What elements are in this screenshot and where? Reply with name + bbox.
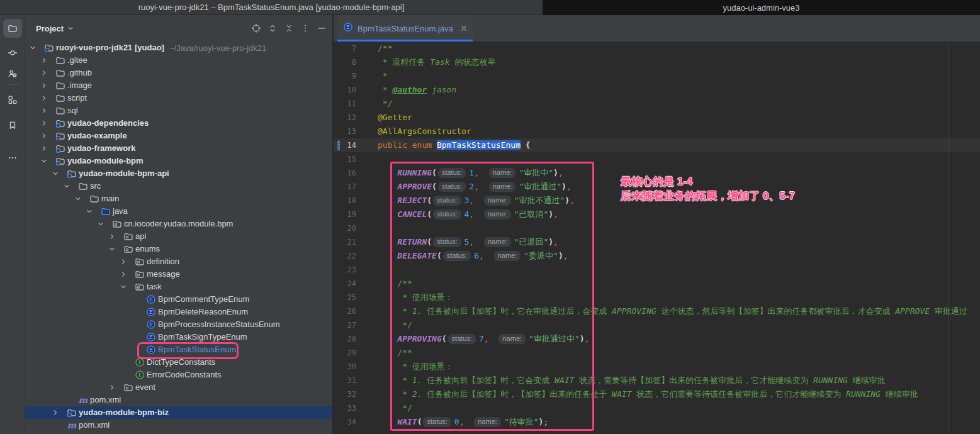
code-line-19[interactable]: 19 CANCEL(status:4, name:"已取消"), [334,208,980,221]
chevron-right-icon[interactable] [118,258,128,265]
code-line-26[interactable]: 26 * 1. 任务被向后【加签】时，它在审批通过后，会变成 APPROVING… [334,304,980,318]
tree-row-yudao-framework[interactable]: yudao-framework [25,142,332,155]
chevron-down-icon[interactable] [118,283,128,291]
tree-row--github[interactable]: .github [25,67,332,79]
code-line-17[interactable]: 17 APPROVE(status:2, name:"审批通过"), [334,180,980,194]
tree-row-dicttypeconstants[interactable]: IDictTypeConstants [25,356,332,369]
chevron-right-icon[interactable] [39,132,49,140]
tree-row-bpmtasksigntypeenum[interactable]: EBpmTaskSignTypeEnum [25,331,332,343]
tree-row-task[interactable]: task [25,281,332,293]
chevron-right-icon[interactable] [118,270,128,278]
tree-row-yudao-module-bpm[interactable]: yudao-module-bpm [25,155,332,167]
code-line-34[interactable]: 34 WAIT(status:0, name:"待审批"); [334,415,980,429]
code-line-30[interactable]: 30 * 使用场景： [334,360,980,374]
tree-row-sql[interactable]: sql [25,104,332,117]
options-kebab-icon[interactable] [297,20,313,36]
tree-row-yudao-module-bpm-biz[interactable]: yudao-module-bpm-biz [25,406,332,419]
code-line-27[interactable]: 27 */ [334,318,980,332]
chevron-down-icon[interactable] [28,44,38,52]
code-line-25[interactable]: 25 * 使用场景： [334,291,980,304]
code-line-20[interactable]: 20 [334,221,980,235]
tree-row-bpmtaskstatusenum[interactable]: EBpmTaskStatusEnum [25,343,332,356]
code-line-31[interactable]: 31 * 1. 任务被向前【加签】时，它会变成 WAIT 状态，需要等待【加签】… [334,374,980,387]
token-comma: , [566,182,572,191]
code-line-21[interactable]: 21 RETURN(status:5, name:"已退回"), [334,235,980,249]
code-line-13[interactable]: 13@AllArgsConstructor [334,125,980,138]
code-line-7[interactable]: 7/** [334,42,980,55]
tree-row-script[interactable]: script [25,92,332,104]
tree-row-cn-iocoder-yudao-module-bpm[interactable]: cn.iocoder.yudao.module.bpm [25,218,332,230]
chevron-right-icon[interactable] [107,384,117,391]
tree-row-yudao-example[interactable]: yudao-example [25,130,332,142]
tree-row-errorcodeconstants[interactable]: IErrorCodeConstants [25,369,332,381]
tree-row-yudao-dependencies[interactable]: yudao-dependencies [25,117,332,130]
chevron-right-icon[interactable] [39,107,49,114]
tree-row-api[interactable]: api [25,230,332,243]
tree-row-ruoyi-vue-pro-jdk21-yudao-[interactable]: ruoyi-vue-pro-jdk21 [yudao]~/Java/ruoyi-… [25,42,332,54]
code-line-11[interactable]: 11 */ [334,97,980,111]
hide-panel-icon[interactable] [313,20,330,36]
parameter-hint: name: [494,251,521,261]
editor-tab[interactable]: E BpmTaskStatusEnum.java [337,15,473,42]
tree-row-yudao-module-bpm-api[interactable]: yudao-module-bpm-api [25,167,332,180]
chevron-right-icon[interactable] [39,120,49,127]
tree-row-main[interactable]: main [25,192,332,205]
tree-row-bpmcommenttypeenum[interactable]: EBpmCommentTypeEnum [25,293,332,306]
tree-row-bpmprocessinstancestatusenum[interactable]: EBpmProcessInstanceStatusEnum [25,318,332,331]
code-line-28[interactable]: 28 APPROVING(status:7, name:"审批通过中"), [334,332,980,346]
code-line-23[interactable]: 23 [334,263,980,277]
chevron-down-icon[interactable] [67,25,74,32]
structure-icon[interactable] [3,91,22,109]
code-line-33[interactable]: 33 */ [334,401,980,415]
chevron-down-icon[interactable] [50,170,60,177]
tree-row-event[interactable]: event [25,381,332,394]
tree-row-src[interactable]: src [25,180,332,192]
project-panel-title[interactable]: Project [36,24,64,33]
tree-row-pom-xml[interactable]: mpom.xml [25,394,332,406]
chevron-right-icon[interactable] [50,409,60,416]
background-window-title[interactable]: yudao-ui-admin-vue3 [543,0,980,15]
code-line-29[interactable]: 29 /** [334,346,980,360]
chevron-right-icon[interactable] [107,233,117,240]
chevron-right-icon[interactable] [39,57,49,64]
code-line-16[interactable]: 16 RUNNING(status:1, name:"审批中"), [334,166,980,180]
chevron-right-icon[interactable] [39,82,49,89]
bookmarks-icon[interactable] [3,116,22,135]
close-tab-icon[interactable] [460,25,468,32]
code-editor[interactable]: 7/**8 * 流程任务 Task 的状态枚举9 *10 * @author j… [334,42,980,434]
project-folder-icon[interactable] [3,19,22,38]
pull-requests-icon[interactable]: ? [3,64,22,83]
code-line-14[interactable]: 14public enum BpmTaskStatusEnum { [334,138,980,152]
chevron-right-icon[interactable] [39,145,49,152]
chevron-right-icon[interactable] [39,69,49,77]
chevron-down-icon[interactable] [73,195,83,203]
chevron-down-icon[interactable] [84,208,94,215]
code-line-8[interactable]: 8 * 流程任务 Task 的状态枚举 [334,55,980,69]
tree-row-bpmdeletereasonenum[interactable]: EBpmDeleteReasonEnum [25,306,332,318]
collapse-all-icon[interactable] [281,20,297,36]
chevron-down-icon[interactable] [96,220,106,228]
code-line-24[interactable]: 24 /** [334,277,980,291]
code-line-32[interactable]: 32 * 2. 任务被向后【加签】时，【加签】出来的任务处于 WAIT 状态，它… [334,387,980,401]
tree-row--image[interactable]: .image [25,79,332,92]
expand-all-icon[interactable] [264,20,281,36]
chevron-down-icon[interactable] [62,182,72,190]
tree-row-pom-xml[interactable]: mpom.xml [25,419,332,431]
locate-file-icon[interactable] [248,20,264,36]
code-line-10[interactable]: 10 * @author jason [334,83,980,97]
tree-row-message[interactable]: message [25,268,332,281]
more-tool-windows-icon[interactable] [3,148,22,167]
code-line-15[interactable]: 15 [334,152,980,166]
code-line-22[interactable]: 22 DELEGATE(status:6, name:"委派中"), [334,249,980,263]
tree-row-enums[interactable]: enums [25,243,332,255]
tree-row-java[interactable]: java [25,205,332,218]
tree-row--gitee[interactable]: .gitee [25,54,332,67]
code-line-9[interactable]: 9 * [334,69,980,83]
tree-row-definition[interactable]: definition [25,255,332,268]
commit-icon[interactable] [3,43,22,62]
code-line-18[interactable]: 18 REJECT(status:3, name:"审批不通过"), [334,194,980,208]
code-line-12[interactable]: 12@Getter [334,111,980,125]
chevron-down-icon[interactable] [39,157,49,165]
chevron-down-icon[interactable] [107,245,117,253]
chevron-right-icon[interactable] [39,94,49,102]
